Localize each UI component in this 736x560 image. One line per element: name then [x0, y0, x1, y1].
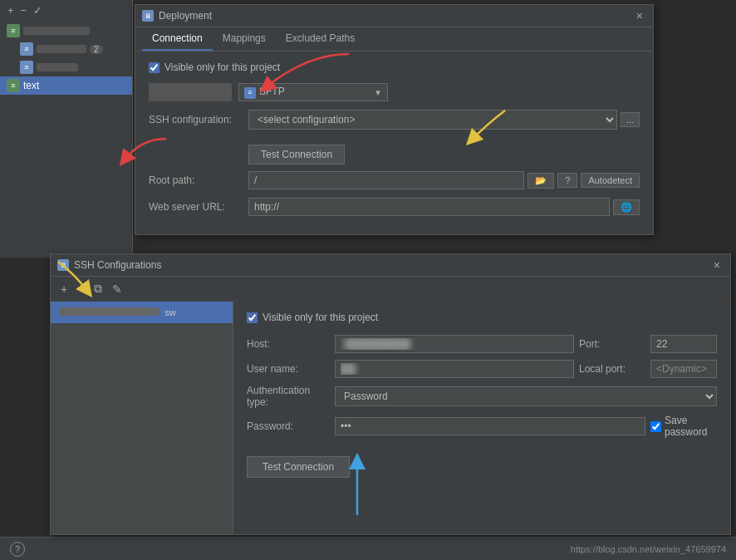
- server-blurred-label: [149, 83, 232, 101]
- ssh-save-password-checkbox[interactable]: [650, 421, 661, 432]
- ssh-remove-button[interactable]: −: [74, 281, 87, 297]
- ssh-port-label: Port:: [579, 338, 645, 350]
- ssh-toolbar: + − ⧉ ✎: [51, 277, 730, 302]
- sidebar-item-1[interactable]: ≡: [0, 22, 132, 40]
- server-icon-2: ≡: [20, 42, 33, 56]
- bottom-url: https://blog.csdn.net/weixin_47659974: [571, 544, 726, 554]
- server-row: ≡SFTP ▼: [149, 83, 640, 101]
- ssh-username-label: User name:: [247, 363, 330, 375]
- ssh-label: SSH configuration:: [149, 114, 248, 125]
- ssh-password-input[interactable]: [335, 417, 645, 435]
- sftp-dropdown[interactable]: ≡SFTP ▼: [238, 83, 388, 101]
- root-path-label: Root path:: [149, 174, 248, 186]
- browse-button[interactable]: 📂: [527, 173, 554, 189]
- ssh-config-select[interactable]: <select configuration>: [248, 110, 617, 130]
- sftp-dropdown-arrow: ▼: [374, 88, 382, 97]
- confirm-button[interactable]: ✓: [31, 3, 45, 17]
- sidebar-toolbar: + − ✓: [0, 0, 132, 22]
- deployment-title-text: Deployment: [159, 10, 212, 22]
- ssh-title-text: SSH Configurations: [74, 259, 161, 271]
- ssh-close-button[interactable]: ×: [710, 258, 724, 272]
- ssh-list-item-sw: sw: [164, 307, 175, 317]
- add-server-button[interactable]: +: [5, 3, 17, 17]
- ssh-title: 🖥 SSH Configurations: [57, 259, 161, 271]
- ssh-titlebar: 🖥 SSH Configurations ×: [51, 254, 730, 277]
- visible-only-checkbox[interactable]: [149, 62, 159, 73]
- ssh-host-input[interactable]: [335, 335, 574, 353]
- visible-only-row: Visible only for this project: [149, 61, 640, 73]
- server-name-1: [23, 27, 90, 35]
- server-icon-3: ≡: [20, 61, 33, 74]
- deployment-content: Visible only for this project ≡SFTP ▼ SS…: [135, 52, 653, 234]
- ssh-localport-label: Local port:: [579, 363, 645, 375]
- ssh-list-item-label: [59, 307, 159, 316]
- server-label-text: text: [23, 80, 39, 91]
- sftp-label: SFTP: [259, 86, 285, 97]
- ssh-authtype-label: Authentication type:: [247, 385, 330, 408]
- deployment-tabs: Connection Mappings Excluded Paths: [135, 27, 653, 52]
- sidebar: + − ✓ ≡ ≡ 2 ≡ ≡ text: [0, 0, 133, 258]
- tab-excluded-paths[interactable]: Excluded Paths: [276, 27, 365, 51]
- server-name-3: [37, 63, 78, 71]
- ssh-visible-only-checkbox[interactable]: [247, 312, 258, 323]
- ssh-config-row: SSH configuration: <select configuration…: [149, 110, 640, 130]
- ssh-copy-button[interactable]: ⧉: [91, 280, 105, 297]
- ssh-port-input[interactable]: [650, 335, 717, 353]
- ssh-username-input[interactable]: [335, 360, 574, 378]
- ssh-test-connection-row: Test Connection: [247, 445, 717, 478]
- test-connection-row: Test Connection: [149, 138, 640, 171]
- web-url-input[interactable]: [248, 198, 610, 216]
- deployment-dialog: 🖥 Deployment × Connection Mappings Exclu…: [135, 4, 654, 235]
- bottom-bar: ? https://blog.csdn.net/weixin_47659974: [0, 537, 736, 560]
- ssh-localport-input[interactable]: [650, 360, 717, 378]
- ssh-pc-icon: 🖥: [57, 259, 69, 271]
- web-url-browse-button[interactable]: 🌐: [613, 199, 640, 215]
- root-path-help-button[interactable]: ?: [557, 173, 577, 188]
- ssh-add-button[interactable]: +: [57, 281, 71, 297]
- ssh-password-label: Password:: [247, 420, 330, 432]
- ssh-visible-only-row: Visible only for this project: [247, 312, 717, 323]
- deployment-icon: 🖥: [142, 10, 154, 22]
- ssh-test-connection-button[interactable]: Test Connection: [247, 456, 350, 478]
- badge-2: 2: [90, 45, 103, 54]
- deployment-titlebar: 🖥 Deployment ×: [135, 5, 653, 27]
- tab-mappings[interactable]: Mappings: [213, 27, 276, 51]
- ssh-list: sw: [51, 302, 233, 534]
- tab-connection[interactable]: Connection: [142, 27, 213, 51]
- sidebar-item-2[interactable]: ≡ 2: [0, 40, 132, 58]
- root-path-row: Root path: 📂 ? Autodetect: [149, 171, 640, 189]
- ssh-configurations-dialog: 🖥 SSH Configurations × + − ⧉ ✎ sw Visibl…: [50, 253, 731, 535]
- sidebar-item-text[interactable]: ≡ text: [0, 76, 132, 95]
- sftp-icon: ≡: [244, 87, 256, 99]
- deployment-title: 🖥 Deployment: [142, 10, 212, 22]
- remove-server-button[interactable]: −: [18, 3, 30, 17]
- web-url-label: Web server URL:: [149, 201, 248, 213]
- server-icon-text: ≡: [7, 79, 20, 92]
- ssh-form: Visible only for this project Host: Port…: [233, 302, 730, 534]
- ssh-authtype-select[interactable]: Password: [335, 386, 717, 406]
- help-button[interactable]: ?: [10, 542, 25, 557]
- ssh-body: sw Visible only for this project Host: P…: [51, 302, 730, 534]
- test-connection-button[interactable]: Test Connection: [248, 145, 345, 165]
- web-url-row: Web server URL: 🌐: [149, 198, 640, 216]
- ssh-visible-only-label: Visible only for this project: [263, 312, 378, 323]
- autodetect-button[interactable]: Autodetect: [581, 173, 640, 188]
- visible-only-label: Visible only for this project: [164, 61, 280, 73]
- ssh-list-item-1[interactable]: sw: [51, 302, 233, 323]
- ssh-ellipsis-button[interactable]: ...: [621, 112, 640, 127]
- server-icon-1: ≡: [7, 24, 20, 37]
- root-path-input[interactable]: [248, 171, 524, 189]
- ssh-edit-button[interactable]: ✎: [109, 281, 125, 297]
- ssh-host-label: Host:: [247, 338, 330, 350]
- ssh-save-password-label: Save password: [665, 415, 717, 438]
- deployment-close-button[interactable]: ×: [633, 9, 646, 22]
- sidebar-item-3[interactable]: ≡: [0, 58, 132, 76]
- server-name-2: [37, 45, 86, 53]
